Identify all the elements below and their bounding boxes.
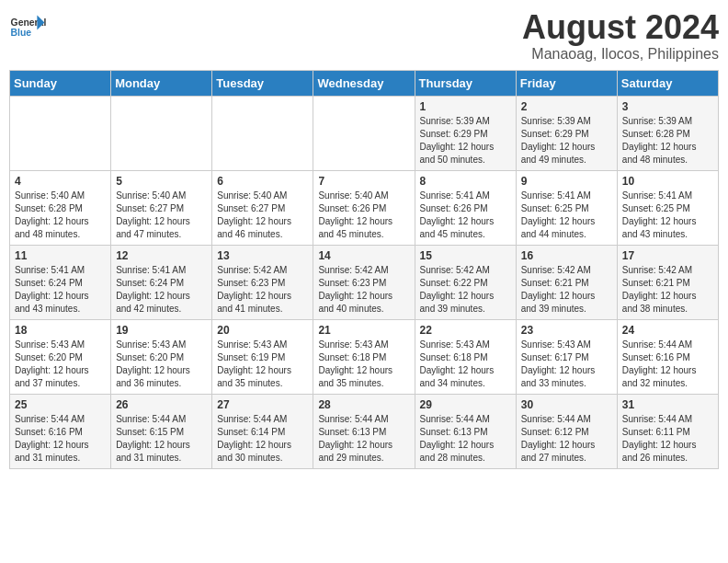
calendar-cell: 31Sunrise: 5:44 AM Sunset: 6:11 PM Dayli…: [617, 394, 718, 468]
cell-daylight-info: Sunrise: 5:43 AM Sunset: 6:19 PM Dayligh…: [217, 339, 308, 390]
cell-daylight-info: Sunrise: 5:41 AM Sunset: 6:25 PM Dayligh…: [521, 190, 612, 241]
calendar-cell: 18Sunrise: 5:43 AM Sunset: 6:20 PM Dayli…: [10, 319, 111, 394]
cell-daylight-info: Sunrise: 5:44 AM Sunset: 6:13 PM Dayligh…: [318, 413, 409, 465]
day-number: 21: [318, 324, 409, 337]
calendar-cell: 8Sunrise: 5:41 AM Sunset: 6:26 PM Daylig…: [415, 170, 516, 245]
day-number: 6: [217, 175, 308, 188]
cell-daylight-info: Sunrise: 5:42 AM Sunset: 6:21 PM Dayligh…: [521, 264, 612, 316]
weekday-header-row: SundayMondayTuesdayWednesdayThursdayFrid…: [10, 70, 719, 96]
cell-daylight-info: Sunrise: 5:43 AM Sunset: 6:17 PM Dayligh…: [521, 339, 612, 390]
day-number: 2: [521, 100, 612, 113]
weekday-header-sunday: Sunday: [10, 70, 111, 96]
cell-daylight-info: Sunrise: 5:42 AM Sunset: 6:21 PM Dayligh…: [622, 264, 713, 316]
calendar-cell: [10, 96, 111, 170]
cell-daylight-info: Sunrise: 5:43 AM Sunset: 6:18 PM Dayligh…: [318, 339, 409, 390]
day-number: 12: [116, 249, 207, 262]
calendar-cell: 11Sunrise: 5:41 AM Sunset: 6:24 PM Dayli…: [10, 245, 111, 319]
calendar-cell: 4Sunrise: 5:40 AM Sunset: 6:28 PM Daylig…: [10, 170, 111, 245]
month-year-title: August 2024: [522, 9, 719, 46]
cell-daylight-info: Sunrise: 5:40 AM Sunset: 6:27 PM Dayligh…: [116, 190, 207, 241]
calendar-cell: [313, 96, 415, 170]
calendar-week-row: 11Sunrise: 5:41 AM Sunset: 6:24 PM Dayli…: [10, 245, 719, 319]
day-number: 31: [622, 398, 713, 411]
cell-daylight-info: Sunrise: 5:44 AM Sunset: 6:16 PM Dayligh…: [622, 339, 713, 390]
day-number: 3: [622, 100, 713, 113]
day-number: 11: [15, 249, 106, 262]
day-number: 19: [116, 324, 207, 337]
cell-daylight-info: Sunrise: 5:43 AM Sunset: 6:20 PM Dayligh…: [116, 339, 207, 390]
cell-daylight-info: Sunrise: 5:44 AM Sunset: 6:15 PM Dayligh…: [116, 413, 207, 465]
calendar-cell: 26Sunrise: 5:44 AM Sunset: 6:15 PM Dayli…: [111, 394, 212, 468]
cell-daylight-info: Sunrise: 5:43 AM Sunset: 6:20 PM Dayligh…: [15, 339, 106, 390]
weekday-header-thursday: Thursday: [415, 70, 516, 96]
weekday-header-tuesday: Tuesday: [212, 70, 313, 96]
calendar-cell: 23Sunrise: 5:43 AM Sunset: 6:17 PM Dayli…: [516, 319, 617, 394]
calendar-cell: [111, 96, 212, 170]
day-number: 13: [217, 249, 308, 262]
svg-text:Blue: Blue: [11, 28, 32, 38]
day-number: 14: [318, 249, 409, 262]
cell-daylight-info: Sunrise: 5:40 AM Sunset: 6:26 PM Dayligh…: [318, 190, 409, 241]
calendar-cell: 30Sunrise: 5:44 AM Sunset: 6:12 PM Dayli…: [516, 394, 617, 468]
calendar-cell: 20Sunrise: 5:43 AM Sunset: 6:19 PM Dayli…: [212, 319, 313, 394]
weekday-header-friday: Friday: [516, 70, 617, 96]
cell-daylight-info: Sunrise: 5:39 AM Sunset: 6:29 PM Dayligh…: [521, 115, 612, 167]
day-number: 22: [420, 324, 511, 337]
weekday-header-saturday: Saturday: [617, 70, 718, 96]
calendar-week-row: 4Sunrise: 5:40 AM Sunset: 6:28 PM Daylig…: [10, 170, 719, 245]
day-number: 24: [622, 324, 713, 337]
day-number: 27: [217, 398, 308, 411]
logo-icon: General Blue: [9, 9, 46, 46]
calendar-cell: 22Sunrise: 5:43 AM Sunset: 6:18 PM Dayli…: [415, 319, 516, 394]
day-number: 25: [15, 398, 106, 411]
day-number: 9: [521, 175, 612, 188]
day-number: 18: [15, 324, 106, 337]
logo: General Blue: [9, 9, 46, 46]
cell-daylight-info: Sunrise: 5:39 AM Sunset: 6:28 PM Dayligh…: [622, 115, 713, 167]
cell-daylight-info: Sunrise: 5:41 AM Sunset: 6:24 PM Dayligh…: [116, 264, 207, 316]
day-number: 16: [521, 249, 612, 262]
weekday-header-monday: Monday: [111, 70, 212, 96]
calendar-week-row: 25Sunrise: 5:44 AM Sunset: 6:16 PM Dayli…: [10, 394, 719, 468]
day-number: 8: [420, 175, 511, 188]
calendar-cell: 21Sunrise: 5:43 AM Sunset: 6:18 PM Dayli…: [313, 319, 415, 394]
cell-daylight-info: Sunrise: 5:41 AM Sunset: 6:25 PM Dayligh…: [622, 190, 713, 241]
day-number: 7: [318, 175, 409, 188]
calendar-cell: 9Sunrise: 5:41 AM Sunset: 6:25 PM Daylig…: [516, 170, 617, 245]
calendar-cell: 12Sunrise: 5:41 AM Sunset: 6:24 PM Dayli…: [111, 245, 212, 319]
calendar-cell: 25Sunrise: 5:44 AM Sunset: 6:16 PM Dayli…: [10, 394, 111, 468]
cell-daylight-info: Sunrise: 5:44 AM Sunset: 6:12 PM Dayligh…: [521, 413, 612, 465]
calendar-cell: [212, 96, 313, 170]
calendar-cell: 10Sunrise: 5:41 AM Sunset: 6:25 PM Dayli…: [617, 170, 718, 245]
location-subtitle: Manaoag, Ilocos, Philippines: [522, 46, 719, 63]
cell-daylight-info: Sunrise: 5:43 AM Sunset: 6:18 PM Dayligh…: [420, 339, 511, 390]
calendar-cell: 1Sunrise: 5:39 AM Sunset: 6:29 PM Daylig…: [415, 96, 516, 170]
cell-daylight-info: Sunrise: 5:41 AM Sunset: 6:26 PM Dayligh…: [420, 190, 511, 241]
calendar-cell: 5Sunrise: 5:40 AM Sunset: 6:27 PM Daylig…: [111, 170, 212, 245]
day-number: 5: [116, 175, 207, 188]
page-header: General Blue August 2024 Manaoag, Ilocos…: [9, 9, 719, 63]
calendar-cell: 29Sunrise: 5:44 AM Sunset: 6:13 PM Dayli…: [415, 394, 516, 468]
calendar-cell: 3Sunrise: 5:39 AM Sunset: 6:28 PM Daylig…: [617, 96, 718, 170]
cell-daylight-info: Sunrise: 5:40 AM Sunset: 6:28 PM Dayligh…: [15, 190, 106, 241]
day-number: 20: [217, 324, 308, 337]
calendar-cell: 24Sunrise: 5:44 AM Sunset: 6:16 PM Dayli…: [617, 319, 718, 394]
calendar-cell: 14Sunrise: 5:42 AM Sunset: 6:23 PM Dayli…: [313, 245, 415, 319]
cell-daylight-info: Sunrise: 5:41 AM Sunset: 6:24 PM Dayligh…: [15, 264, 106, 316]
calendar-cell: 17Sunrise: 5:42 AM Sunset: 6:21 PM Dayli…: [617, 245, 718, 319]
weekday-header-wednesday: Wednesday: [313, 70, 415, 96]
cell-daylight-info: Sunrise: 5:44 AM Sunset: 6:16 PM Dayligh…: [15, 413, 106, 465]
calendar-cell: 6Sunrise: 5:40 AM Sunset: 6:27 PM Daylig…: [212, 170, 313, 245]
cell-daylight-info: Sunrise: 5:40 AM Sunset: 6:27 PM Dayligh…: [217, 190, 308, 241]
calendar-week-row: 18Sunrise: 5:43 AM Sunset: 6:20 PM Dayli…: [10, 319, 719, 394]
calendar-cell: 19Sunrise: 5:43 AM Sunset: 6:20 PM Dayli…: [111, 319, 212, 394]
day-number: 4: [15, 175, 106, 188]
calendar-cell: 28Sunrise: 5:44 AM Sunset: 6:13 PM Dayli…: [313, 394, 415, 468]
cell-daylight-info: Sunrise: 5:39 AM Sunset: 6:29 PM Dayligh…: [420, 115, 511, 167]
calendar-cell: 16Sunrise: 5:42 AM Sunset: 6:21 PM Dayli…: [516, 245, 617, 319]
calendar-cell: 13Sunrise: 5:42 AM Sunset: 6:23 PM Dayli…: [212, 245, 313, 319]
day-number: 29: [420, 398, 511, 411]
cell-daylight-info: Sunrise: 5:44 AM Sunset: 6:14 PM Dayligh…: [217, 413, 308, 465]
calendar-cell: 7Sunrise: 5:40 AM Sunset: 6:26 PM Daylig…: [313, 170, 415, 245]
cell-daylight-info: Sunrise: 5:42 AM Sunset: 6:23 PM Dayligh…: [217, 264, 308, 316]
